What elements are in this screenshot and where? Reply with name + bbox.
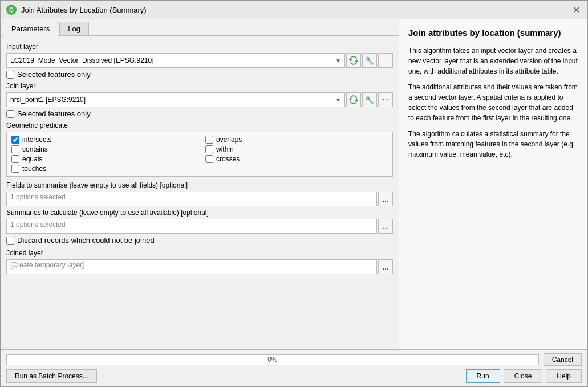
cancel-progress-button[interactable]: Cancel bbox=[544, 353, 582, 366]
fields-summarise-value: 1 options selected bbox=[10, 193, 66, 201]
tab-bar: Parameters Log bbox=[1, 19, 399, 36]
wrench-icon: 🔧 bbox=[365, 56, 374, 65]
predicate-grid: intersects overlaps contains bbox=[11, 136, 388, 173]
predicate-crosses: crosses bbox=[205, 155, 388, 163]
predicate-touches: touches bbox=[11, 165, 194, 173]
predicate-overlaps-label: overlaps bbox=[216, 136, 242, 144]
run-batch-button[interactable]: Run as Batch Process... bbox=[6, 369, 97, 383]
app-logo: Q bbox=[6, 5, 17, 15]
predicate-equals: equals bbox=[11, 155, 194, 163]
join-layer-tool-button[interactable]: 🔧 bbox=[362, 92, 377, 107]
summaries-label: Summaries to calculate (leave empty to u… bbox=[6, 209, 393, 217]
main-window: Q Join Attributes by Location (Summary) … bbox=[0, 0, 588, 387]
left-panel: Parameters Log Input layer LC2019_Mode_V… bbox=[1, 19, 399, 349]
predicate-intersects-checkbox[interactable] bbox=[11, 136, 19, 144]
predicate-touches-checkbox[interactable] bbox=[11, 165, 19, 173]
wrench-icon: 🔧 bbox=[365, 96, 374, 104]
summaries-row: 1 options selected ... bbox=[6, 219, 393, 234]
title-bar-left: Q Join Attributes by Location (Summary) bbox=[6, 5, 147, 15]
sync-icon bbox=[349, 95, 358, 104]
predicate-intersects: intersects bbox=[11, 136, 194, 144]
sync-icon bbox=[349, 56, 358, 65]
join-layer-value: hrsl_point1 [EPSG:9210] bbox=[10, 96, 86, 104]
predicate-within-checkbox[interactable] bbox=[205, 145, 213, 153]
main-content: Parameters Log Input layer LC2019_Mode_V… bbox=[1, 19, 587, 349]
joined-layer-input[interactable]: [Create temporary layer] bbox=[6, 259, 377, 274]
window-close-button[interactable]: ✕ bbox=[570, 4, 582, 15]
fields-summarise-label: Fields to summarise (leave empty to use … bbox=[6, 181, 393, 189]
input-layer-arrow-icon: ▼ bbox=[335, 58, 341, 64]
summaries-value: 1 options selected bbox=[10, 221, 66, 229]
bottom-bar: 0% Cancel Run as Batch Process... Run Cl… bbox=[1, 349, 587, 386]
predicate-contains: contains bbox=[11, 145, 194, 153]
discard-records-row: Discard records which could not be joine… bbox=[6, 236, 393, 245]
join-layer-row: hrsl_point1 [EPSG:9210] ▼ 🔧 bbox=[6, 92, 393, 107]
main-action-buttons: Run Close Help bbox=[466, 369, 582, 383]
geometric-predicate-label: Geometric predicate bbox=[6, 121, 393, 129]
parameters-scroll-area[interactable]: Input layer LC2019_Mode_Vector_Dissolved… bbox=[1, 36, 399, 349]
join-layer-dots-button[interactable]: ⋯ bbox=[378, 92, 393, 107]
fields-summarise-input[interactable]: 1 options selected bbox=[6, 192, 377, 206]
input-layer-sync-button[interactable] bbox=[346, 53, 361, 68]
input-layer-row: LC2019_Mode_Vector_Dissolved [EPSG:9210]… bbox=[6, 53, 393, 68]
predicate-equals-label: equals bbox=[22, 155, 42, 163]
input-layer-combo[interactable]: LC2019_Mode_Vector_Dissolved [EPSG:9210]… bbox=[6, 53, 345, 68]
predicate-crosses-checkbox[interactable] bbox=[205, 155, 213, 163]
fields-summarise-row: 1 options selected ... bbox=[6, 192, 393, 206]
progress-text: 0% bbox=[267, 356, 277, 364]
input-layer-tool-button[interactable]: 🔧 bbox=[362, 53, 377, 68]
join-layer-combo[interactable]: hrsl_point1 [EPSG:9210] ▼ bbox=[6, 92, 345, 107]
dots-icon: ⋯ bbox=[383, 96, 388, 104]
fields-summarise-dots-icon: ... bbox=[382, 194, 389, 203]
predicate-intersects-label: intersects bbox=[22, 136, 51, 144]
discard-records-checkbox[interactable] bbox=[6, 237, 14, 245]
help-button[interactable]: Help bbox=[546, 369, 582, 383]
discard-records-label: Discard records which could not be joine… bbox=[17, 236, 155, 245]
input-selected-features-checkbox[interactable] bbox=[6, 71, 14, 79]
joined-layer-label: Joined layer bbox=[6, 249, 393, 257]
close-button[interactable]: Close bbox=[504, 369, 543, 383]
action-buttons-row: Run as Batch Process... Run Close Help bbox=[6, 369, 582, 383]
window-title: Join Attributes by Location (Summary) bbox=[21, 6, 147, 14]
progress-row: 0% Cancel bbox=[6, 353, 582, 366]
predicate-crosses-label: crosses bbox=[216, 155, 240, 163]
joined-layer-row: [Create temporary layer] ... bbox=[6, 259, 393, 274]
predicate-contains-checkbox[interactable] bbox=[11, 145, 19, 153]
predicate-within: within bbox=[205, 145, 388, 153]
help-panel: Join attributes by location (summary) Th… bbox=[399, 19, 587, 349]
tab-parameters[interactable]: Parameters bbox=[3, 22, 58, 36]
joined-layer-placeholder: [Create temporary layer] bbox=[10, 261, 84, 269]
run-button[interactable]: Run bbox=[466, 369, 500, 383]
tab-log[interactable]: Log bbox=[59, 22, 89, 35]
input-layer-dots-button[interactable]: ⋯ bbox=[378, 53, 393, 68]
join-layer-label: Join layer bbox=[6, 82, 393, 90]
join-selected-features-checkbox[interactable] bbox=[6, 110, 14, 118]
joined-layer-button[interactable]: ... bbox=[378, 259, 393, 274]
dots-icon: ⋯ bbox=[383, 57, 388, 64]
predicate-within-label: within bbox=[216, 145, 234, 153]
join-selected-features-label: Selected features only bbox=[17, 109, 91, 118]
input-selected-features-row: Selected features only bbox=[6, 70, 393, 79]
joined-layer-dots-icon: ... bbox=[382, 262, 389, 271]
predicate-overlaps-checkbox[interactable] bbox=[205, 136, 213, 144]
input-selected-features-label: Selected features only bbox=[17, 70, 91, 79]
predicate-overlaps: overlaps bbox=[205, 136, 388, 144]
predicate-equals-checkbox[interactable] bbox=[11, 155, 19, 163]
help-paragraph-1: This algorithm takes an input vector lay… bbox=[408, 46, 578, 76]
join-layer-sync-button[interactable] bbox=[346, 92, 361, 107]
join-layer-arrow-icon: ▼ bbox=[335, 97, 341, 103]
summaries-input[interactable]: 1 options selected bbox=[6, 219, 377, 234]
fields-summarise-button[interactable]: ... bbox=[378, 192, 393, 206]
title-bar: Q Join Attributes by Location (Summary) … bbox=[1, 1, 587, 19]
help-title: Join attributes by location (summary) bbox=[408, 27, 578, 39]
help-paragraph-2: The additional attributes and their valu… bbox=[408, 82, 578, 123]
predicate-touches-label: touches bbox=[22, 165, 46, 173]
help-paragraph-3: The algorithm calculates a statistical s… bbox=[408, 129, 578, 160]
summaries-dots-icon: ... bbox=[382, 222, 389, 231]
summaries-button[interactable]: ... bbox=[378, 219, 393, 234]
input-layer-label: Input layer bbox=[6, 43, 393, 51]
input-layer-value: LC2019_Mode_Vector_Dissolved [EPSG:9210] bbox=[10, 56, 154, 64]
geometric-predicate-group: intersects overlaps contains bbox=[6, 132, 393, 177]
join-selected-features-row: Selected features only bbox=[6, 109, 393, 118]
predicate-contains-label: contains bbox=[22, 145, 48, 153]
